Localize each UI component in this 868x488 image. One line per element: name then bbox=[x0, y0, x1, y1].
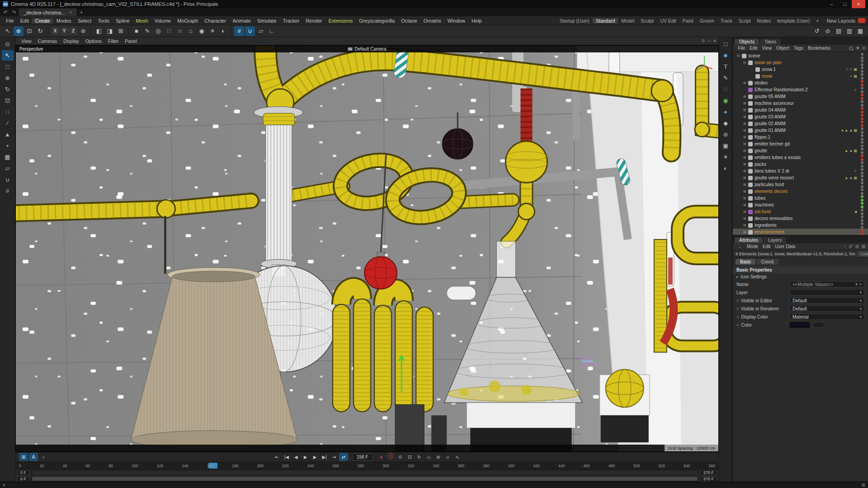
motext-icon[interactable]: T bbox=[720, 61, 731, 72]
toolbar-icon[interactable] bbox=[48, 27, 48, 35]
layer-input[interactable]: ▾ bbox=[790, 289, 864, 296]
menu-item[interactable]: Select bbox=[75, 18, 95, 23]
layout-item[interactable]: Sculpt bbox=[637, 18, 657, 23]
view-menu-icon[interactable]: ≡ bbox=[713, 38, 716, 43]
rotate-mode-icon[interactable]: ↻ bbox=[2, 84, 14, 94]
expand-toggle-icon[interactable]: ⊞ bbox=[742, 101, 747, 105]
polygons-mode-icon[interactable]: ▲ bbox=[2, 129, 14, 140]
attribute-dropdown[interactable]: Default ▾ bbox=[790, 305, 864, 312]
object-tree-item[interactable]: ⊞ goutte ▲ ▲ ▦ bbox=[733, 147, 868, 154]
add-deformer-button[interactable]: ∩ bbox=[175, 26, 185, 36]
expand-toggle-icon[interactable]: ⊞ bbox=[742, 108, 747, 112]
keyframe-diamond-icon[interactable]: ◇ bbox=[736, 307, 739, 311]
expand-toggle-icon[interactable]: ⊞ bbox=[742, 149, 747, 153]
chevron-down-icon[interactable]: ▾ bbox=[859, 290, 862, 295]
autokey-scope-icon[interactable]: A bbox=[29, 453, 38, 461]
menu-item[interactable]: Tracker bbox=[280, 18, 303, 23]
attribute-dropdown[interactable]: Default ▾ bbox=[790, 297, 864, 304]
layout-item[interactable]: template (User) bbox=[774, 18, 813, 23]
camera-label[interactable]: Default Camera bbox=[348, 47, 386, 52]
render-settings-button[interactable]: ⊞ bbox=[116, 26, 126, 36]
object-tree-item[interactable]: ⊞ machine ascenceur bbox=[733, 100, 868, 107]
expand-toggle-icon[interactable]: ⊞ bbox=[742, 210, 747, 214]
attributes-menu-item[interactable]: Mode bbox=[745, 244, 760, 249]
object-menu-item[interactable]: File bbox=[736, 46, 747, 51]
maximize-view-icon[interactable]: □ bbox=[708, 38, 711, 43]
color-value-box[interactable] bbox=[812, 322, 824, 328]
add-light-button[interactable]: ☀ bbox=[208, 26, 217, 36]
layout-item[interactable]: Script bbox=[736, 18, 754, 23]
layout-item[interactable]: Track bbox=[717, 18, 736, 23]
menu-item[interactable]: Greyscalegorilla bbox=[356, 18, 398, 23]
layout-item[interactable]: Model bbox=[618, 18, 637, 23]
visibility-dots[interactable] bbox=[859, 148, 866, 154]
object-axis-icon[interactable]: + bbox=[2, 141, 14, 151]
lock-icon[interactable]: ⊘ bbox=[855, 244, 859, 249]
close-button[interactable]: × bbox=[852, 0, 865, 8]
object-manager-tab[interactable]: Takes bbox=[760, 39, 781, 45]
camera-icon[interactable]: ▣ bbox=[720, 141, 731, 151]
menu-item[interactable]: Tools bbox=[94, 18, 113, 23]
attributes-menu-item[interactable]: Edit bbox=[760, 244, 773, 249]
expand-toggle-icon[interactable]: ⊞ bbox=[742, 115, 747, 119]
object-tree-item[interactable]: Effecteur Randomisation.2 ✓ bbox=[733, 86, 868, 93]
expand-toggle-icon[interactable]: ⊞ bbox=[742, 81, 747, 85]
object-tree-item[interactable]: ⊞ emitter becher gd bbox=[733, 141, 868, 147]
expand-toggle-icon[interactable]: ⊞ bbox=[742, 176, 747, 180]
object-tree-item[interactable]: ⊞ goutte verre ressort ▲ ▲ ▦ bbox=[733, 174, 868, 181]
object-tag-icons[interactable]: ✓ ▦ bbox=[850, 74, 857, 78]
menu-item[interactable]: Spline bbox=[113, 18, 133, 23]
perspective-viewport[interactable]: Perspective Default Camera Grid Spacing … bbox=[15, 45, 719, 452]
visibility-dots[interactable] bbox=[859, 121, 866, 127]
expand-toggle-icon[interactable]: ⊟ bbox=[742, 61, 747, 65]
expand-toggle-icon[interactable]: ⊞ bbox=[742, 189, 747, 193]
rotate-tool-icon[interactable]: ↻ bbox=[35, 26, 45, 36]
snap-magnet-icon[interactable]: ∪ bbox=[245, 26, 255, 36]
menu-item[interactable]: Create bbox=[32, 18, 53, 23]
object-menu-item[interactable]: Edit bbox=[747, 46, 760, 51]
object-tree-item[interactable]: ⊞ emitters tubes a essais bbox=[733, 154, 868, 161]
undo-icon[interactable]: ↶ bbox=[2, 9, 9, 15]
viewport-menu-item[interactable]: Panel bbox=[122, 38, 140, 44]
expand-toggle-icon[interactable]: ⊞ bbox=[742, 196, 747, 200]
menu-item[interactable]: Edit bbox=[17, 18, 32, 23]
visibility-dots[interactable] bbox=[859, 216, 866, 222]
range-end-field[interactable]: 570 F bbox=[700, 470, 717, 475]
object-tree-item[interactable]: ⊞ etoiles bbox=[733, 80, 868, 86]
visibility-dots[interactable] bbox=[859, 127, 866, 134]
material-icon[interactable]: ◐ bbox=[720, 163, 731, 174]
search-icon[interactable] bbox=[849, 47, 853, 50]
toolbar-icon[interactable] bbox=[231, 27, 231, 35]
menu-item[interactable]: Ornatrix bbox=[420, 18, 444, 23]
add-environment-button[interactable]: ⌂ bbox=[186, 26, 196, 36]
object-tree-item[interactable]: ⊞ goutte 05 ANIM bbox=[733, 93, 868, 100]
range-start-field[interactable]: 0 F bbox=[17, 470, 29, 475]
expand-toggle-icon[interactable]: ⊞ bbox=[742, 216, 747, 221]
power-slider[interactable] bbox=[31, 476, 698, 481]
slider-end-field[interactable]: 570 F bbox=[700, 476, 717, 482]
panel-layout-2-icon[interactable]: ▥ bbox=[844, 26, 854, 36]
menu-item[interactable]: Octane bbox=[398, 18, 420, 23]
object-menu-item[interactable]: Object bbox=[774, 46, 792, 51]
redo-icon[interactable]: ↷ bbox=[10, 9, 18, 15]
visibility-dots[interactable] bbox=[859, 209, 866, 215]
preview-range-track[interactable] bbox=[31, 470, 698, 475]
node-icon[interactable]: ◆ bbox=[720, 118, 731, 128]
expand-toggle-icon[interactable]: ⊞ bbox=[742, 135, 747, 139]
object-tree-item[interactable]: ⊞ goutte 03 ANIM bbox=[733, 113, 868, 120]
object-tree-item[interactable]: ⊟ snow arr plan bbox=[733, 59, 868, 66]
object-tag-icons[interactable]: ✓ bbox=[854, 88, 857, 92]
snap-mode-icon[interactable]: ∪ bbox=[2, 174, 14, 185]
workplane-icon[interactable]: ▱ bbox=[256, 26, 266, 36]
measure-icon[interactable]: ∟ bbox=[267, 26, 277, 36]
move-mode-icon[interactable]: ⊕ bbox=[2, 73, 14, 83]
current-frame-field[interactable]: 158 F bbox=[352, 454, 373, 460]
add-camera-button[interactable]: ◉ bbox=[197, 26, 207, 36]
status-grid-icon[interactable]: ⊞ bbox=[862, 483, 865, 488]
color-swatch[interactable] bbox=[790, 322, 810, 328]
add-tab-button[interactable]: + bbox=[78, 9, 85, 15]
key-pla-button[interactable]: ⊚ bbox=[434, 453, 443, 461]
axis-x-button[interactable]: X bbox=[51, 27, 59, 35]
visibility-dots[interactable] bbox=[859, 175, 866, 181]
object-tree-item[interactable]: ⊞ environnement bbox=[733, 229, 868, 235]
